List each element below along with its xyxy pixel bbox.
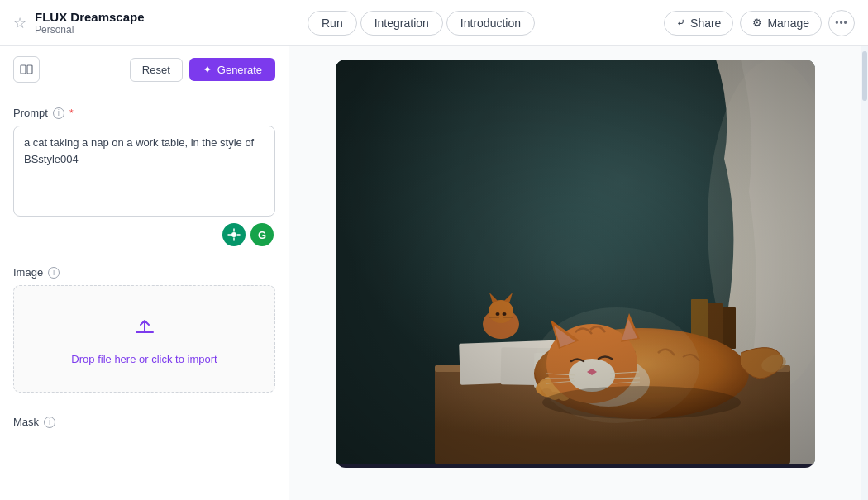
upload-icon [131, 312, 158, 345]
header-tabs: Run Integration Introduction [179, 11, 664, 36]
svg-rect-49 [336, 60, 815, 464]
app-header: ☆ FLUX Dreamscape Personal Run Integrati… [0, 0, 868, 46]
ellipsis-icon: ••• [835, 17, 848, 29]
ai-enhance-button[interactable] [222, 223, 246, 246]
app-subtitle: Personal [35, 24, 145, 36]
sidebar-toolbar: Reset ✦ Generate [0, 46, 289, 93]
generated-image-container [336, 60, 815, 468]
image-section: Image i Drop file here or click to impor… [0, 253, 289, 396]
main-layout: Reset ✦ Generate Prompt i * a cat taking… [0, 46, 868, 500]
prompt-info-icon[interactable]: i [53, 107, 64, 119]
tab-run[interactable]: Run [308, 11, 357, 36]
share-icon: ⤶ [676, 17, 685, 29]
svg-rect-1 [27, 65, 32, 74]
content-area [289, 46, 861, 500]
app-title-block: FLUX Dreamscape Personal [35, 10, 145, 36]
header-right: ⤶ Share ⚙ Manage ••• [664, 10, 855, 36]
manage-button[interactable]: ⚙ Manage [740, 11, 822, 36]
manage-label: Manage [767, 17, 809, 30]
sparkle-icon [227, 228, 241, 241]
toggle-sidebar-button[interactable] [13, 56, 40, 83]
header-left: ☆ FLUX Dreamscape Personal [13, 10, 179, 36]
mask-section: Mask i [0, 402, 289, 435]
tab-introduction[interactable]: Introduction [446, 11, 535, 36]
mask-label: Mask i [13, 416, 275, 428]
prompt-section: Prompt i * a cat taking a nap on a work … [0, 93, 289, 246]
svg-rect-0 [21, 65, 26, 74]
svg-point-2 [231, 232, 236, 237]
image-label: Image i [13, 266, 275, 279]
prompt-label: Prompt i * [13, 107, 275, 119]
image-upload-area[interactable]: Drop file here or click to import [13, 285, 275, 393]
tab-integration[interactable]: Integration [360, 11, 443, 36]
image-info-icon[interactable]: i [48, 267, 60, 279]
generate-button[interactable]: ✦ Generate [189, 58, 275, 81]
reset-button[interactable]: Reset [130, 58, 183, 82]
upload-text: Drop file here or click to import [71, 353, 217, 365]
scrollbar-thumb[interactable] [862, 51, 867, 101]
mask-info-icon[interactable]: i [44, 417, 55, 428]
gear-icon: ⚙ [752, 17, 762, 29]
favorite-icon[interactable]: ☆ [13, 14, 26, 32]
scrollbar[interactable] [861, 46, 868, 500]
required-indicator: * [69, 107, 74, 119]
sidebar: Reset ✦ Generate Prompt i * a cat taking… [0, 46, 289, 500]
prompt-input[interactable]: a cat taking a nap on a work table, in t… [13, 126, 275, 217]
share-button[interactable]: ⤶ Share [664, 11, 733, 36]
generated-image [336, 60, 815, 464]
textarea-actions: G [13, 223, 275, 246]
app-title: FLUX Dreamscape [35, 10, 145, 24]
sidebar-toggle-icon [20, 63, 33, 76]
generate-icon: ✦ [203, 63, 212, 76]
share-label: Share [690, 17, 721, 30]
grammar-check-button[interactable]: G [250, 223, 274, 246]
generate-label: Generate [217, 64, 262, 76]
more-options-button[interactable]: ••• [828, 10, 855, 36]
grammar-icon: G [258, 229, 266, 241]
